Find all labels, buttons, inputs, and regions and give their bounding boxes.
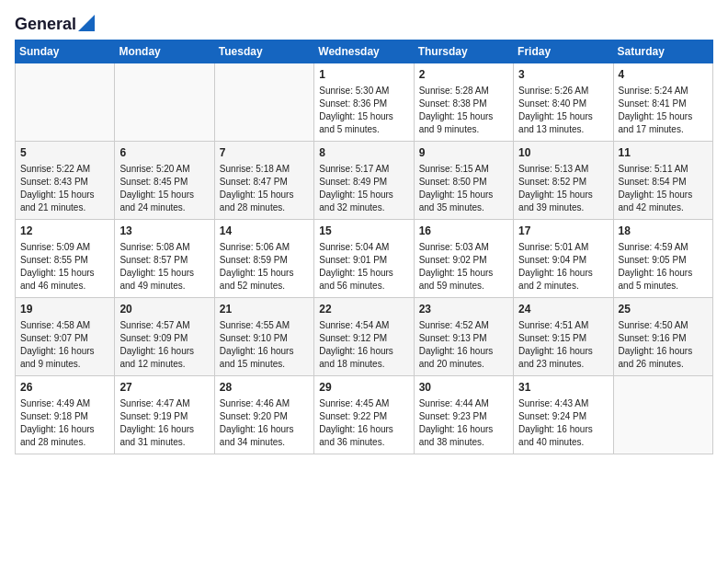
day-info: and 2 minutes. <box>518 280 608 293</box>
svg-marker-0 <box>78 15 95 31</box>
day-info: and 23 minutes. <box>518 358 608 371</box>
page-header: General <box>15 15 713 32</box>
day-info: and 28 minutes. <box>20 436 109 449</box>
day-number: 29 <box>319 380 408 396</box>
calendar-week-4: 19Sunrise: 4:58 AMSunset: 9:07 PMDayligh… <box>16 298 713 376</box>
day-info: Daylight: 15 hours <box>20 267 109 280</box>
day-info: Daylight: 16 hours <box>419 423 508 436</box>
calendar-cell: 30Sunrise: 4:44 AMSunset: 9:23 PMDayligh… <box>414 376 513 454</box>
day-info: Sunset: 9:20 PM <box>220 410 309 423</box>
day-info: Sunrise: 4:59 AM <box>619 241 708 254</box>
day-info: Sunset: 8:36 PM <box>319 98 408 110</box>
day-info: Sunrise: 5:30 AM <box>319 85 408 98</box>
calendar-cell: 27Sunrise: 4:47 AMSunset: 9:19 PMDayligh… <box>115 376 214 454</box>
day-info: Sunrise: 4:44 AM <box>419 397 508 410</box>
calendar-cell: 24Sunrise: 4:51 AMSunset: 9:15 PMDayligh… <box>514 298 613 376</box>
day-number: 15 <box>319 224 408 239</box>
day-info: Sunrise: 5:17 AM <box>319 163 408 176</box>
day-number: 1 <box>319 67 408 83</box>
day-info: Sunset: 9:15 PM <box>518 332 608 345</box>
day-info: Sunset: 9:24 PM <box>518 410 608 423</box>
calendar-cell: 11Sunrise: 5:11 AMSunset: 8:54 PMDayligh… <box>613 142 712 220</box>
day-info: Sunrise: 4:51 AM <box>518 319 608 332</box>
day-info: Daylight: 15 hours <box>20 189 109 201</box>
day-info: Daylight: 16 hours <box>518 345 608 358</box>
day-number: 31 <box>518 380 608 396</box>
day-info: Daylight: 15 hours <box>419 110 508 123</box>
day-number: 8 <box>319 145 408 161</box>
day-number: 18 <box>619 224 708 239</box>
day-info: and 13 minutes. <box>518 123 608 136</box>
day-number: 3 <box>518 67 608 83</box>
day-info: and 31 minutes. <box>119 436 209 449</box>
day-info: Sunset: 9:23 PM <box>419 410 508 423</box>
day-info: Sunrise: 5:01 AM <box>518 241 608 254</box>
day-info: Sunset: 9:09 PM <box>119 332 209 345</box>
day-number: 23 <box>419 302 508 317</box>
day-number: 10 <box>518 145 608 161</box>
day-number: 24 <box>518 302 608 317</box>
day-number: 11 <box>619 145 708 161</box>
day-info: and 15 minutes. <box>220 358 309 371</box>
day-info: Sunset: 8:52 PM <box>518 176 608 189</box>
day-number: 6 <box>119 145 209 161</box>
logo-icon <box>78 15 95 31</box>
day-info: Sunset: 9:07 PM <box>20 332 109 345</box>
day-info: Daylight: 15 hours <box>619 189 708 201</box>
day-info: and 52 minutes. <box>220 280 309 293</box>
day-info: and 24 minutes. <box>119 201 209 214</box>
calendar-week-5: 26Sunrise: 4:49 AMSunset: 9:18 PMDayligh… <box>16 376 713 454</box>
logo: General <box>15 15 95 32</box>
day-number: 12 <box>20 224 109 239</box>
day-info: and 5 minutes. <box>619 280 708 293</box>
day-info: and 49 minutes. <box>119 280 209 293</box>
calendar-cell: 22Sunrise: 4:54 AMSunset: 9:12 PMDayligh… <box>314 298 414 376</box>
day-info: Sunset: 8:49 PM <box>319 176 408 189</box>
day-info: and 35 minutes. <box>419 201 508 214</box>
day-info: Daylight: 16 hours <box>319 345 408 358</box>
day-number: 28 <box>220 380 309 396</box>
day-info: Sunrise: 4:45 AM <box>319 397 408 410</box>
day-info: Sunrise: 5:09 AM <box>20 241 109 254</box>
day-info: Sunrise: 4:50 AM <box>619 319 708 332</box>
calendar-cell: 25Sunrise: 4:50 AMSunset: 9:16 PMDayligh… <box>613 298 712 376</box>
calendar-cell: 18Sunrise: 4:59 AMSunset: 9:05 PMDayligh… <box>613 220 712 298</box>
calendar-week-2: 5Sunrise: 5:22 AMSunset: 8:43 PMDaylight… <box>16 142 713 220</box>
day-info: Sunrise: 5:08 AM <box>119 241 209 254</box>
day-info: Sunset: 8:41 PM <box>619 98 708 110</box>
day-number: 20 <box>119 302 209 317</box>
day-info: Sunrise: 5:26 AM <box>518 85 608 98</box>
day-info: Sunset: 8:54 PM <box>619 176 708 189</box>
day-info: Daylight: 16 hours <box>518 423 608 436</box>
day-info: Sunrise: 4:57 AM <box>119 319 209 332</box>
day-info: Sunset: 8:50 PM <box>419 176 508 189</box>
day-info: Sunrise: 4:49 AM <box>20 397 109 410</box>
calendar-cell: 23Sunrise: 4:52 AMSunset: 9:13 PMDayligh… <box>414 298 513 376</box>
calendar-cell <box>16 63 115 142</box>
day-info: Daylight: 16 hours <box>619 267 708 280</box>
day-number: 25 <box>619 302 708 317</box>
day-info: and 5 minutes. <box>319 123 408 136</box>
day-info: and 28 minutes. <box>220 201 309 214</box>
day-info: Sunrise: 4:58 AM <box>20 319 109 332</box>
logo-general: General <box>15 15 76 34</box>
day-info: Sunrise: 5:18 AM <box>220 163 309 176</box>
day-number: 16 <box>419 224 508 239</box>
day-info: Sunrise: 5:28 AM <box>419 85 508 98</box>
calendar-cell: 13Sunrise: 5:08 AMSunset: 8:57 PMDayligh… <box>115 220 214 298</box>
day-info: and 20 minutes. <box>419 358 508 371</box>
calendar-week-1: 1Sunrise: 5:30 AMSunset: 8:36 PMDaylight… <box>16 63 713 142</box>
day-info: Sunset: 9:05 PM <box>619 254 708 267</box>
day-info: and 18 minutes. <box>319 358 408 371</box>
calendar-week-3: 12Sunrise: 5:09 AMSunset: 8:55 PMDayligh… <box>16 220 713 298</box>
day-info: Sunrise: 5:22 AM <box>20 163 109 176</box>
day-info: and 56 minutes. <box>319 280 408 293</box>
calendar-cell: 8Sunrise: 5:17 AMSunset: 8:49 PMDaylight… <box>314 142 414 220</box>
day-info: Sunset: 9:13 PM <box>419 332 508 345</box>
day-info: Daylight: 15 hours <box>419 189 508 201</box>
day-info: Daylight: 15 hours <box>220 267 309 280</box>
day-info: and 59 minutes. <box>419 280 508 293</box>
day-info: Daylight: 16 hours <box>319 423 408 436</box>
day-info: Daylight: 15 hours <box>419 267 508 280</box>
calendar-cell: 21Sunrise: 4:55 AMSunset: 9:10 PMDayligh… <box>214 298 313 376</box>
